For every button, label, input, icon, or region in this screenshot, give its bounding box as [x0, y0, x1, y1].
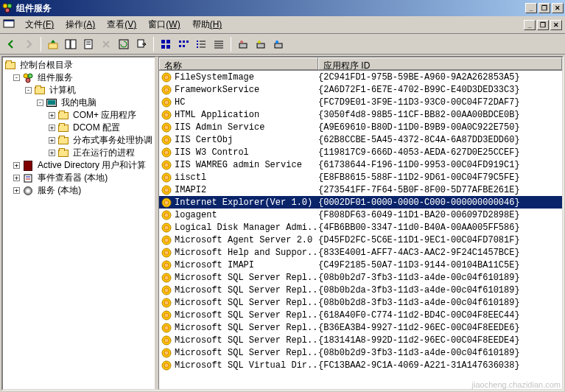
list-header: 名称 应用程序 ID: [159, 57, 562, 71]
tree-mycomputer[interactable]: - 我的电脑: [3, 97, 155, 109]
list-row[interactable]: Microsoft Help and Suppor...{833E4001-AF…: [159, 246, 562, 259]
properties-button[interactable]: [80, 36, 96, 52]
cell-appid: {F808DF63-6049-11D1-BA20-006097D2898E}: [318, 210, 562, 220]
expand-icon[interactable]: +: [49, 150, 55, 156]
mdi-restore-button[interactable]: ❐: [537, 20, 549, 30]
minimize-button[interactable]: _: [525, 3, 537, 13]
list-row[interactable]: Microsoft SQL Virtual Dir...{FC13BAA2-9C…: [159, 359, 562, 371]
export-button[interactable]: [133, 36, 150, 52]
svg-rect-22: [197, 41, 198, 42]
tree-component-services[interactable]: - 组件服务: [3, 71, 155, 84]
dcom-app-icon: [161, 360, 172, 371]
menu-window[interactable]: 窗口(W): [142, 17, 186, 32]
ad-icon: [22, 160, 34, 172]
view-small-icons-button[interactable]: [175, 36, 192, 52]
status-tool-3[interactable]: [270, 36, 287, 52]
mdi-minimize-button[interactable]: _: [524, 20, 536, 30]
expand-icon[interactable]: +: [13, 175, 20, 181]
list-row[interactable]: HTML Application{3050f4d8-98B5-11CF-BB82…: [159, 108, 562, 121]
list-row[interactable]: IIS W3 Control{119817C9-666D-4053-AEDA-6…: [159, 146, 562, 158]
expand-icon[interactable]: +: [13, 162, 20, 169]
tree-running[interactable]: + 正在运行的进程: [3, 147, 155, 159]
show-tree-button[interactable]: [63, 36, 79, 52]
column-name[interactable]: 名称: [159, 57, 318, 70]
tree-dtc[interactable]: + 分布式事务处理协调: [3, 134, 155, 147]
menu-file[interactable]: 文件(F): [19, 17, 60, 32]
back-button[interactable]: [3, 36, 19, 52]
expand-icon[interactable]: +: [13, 187, 20, 194]
svg-rect-15: [161, 45, 165, 49]
cell-name: Microsoft SQL Server Repl...: [175, 298, 318, 308]
list-row[interactable]: Microsoft SQL Server Repl...{618A40F0-C7…: [159, 309, 562, 321]
list-row[interactable]: FileSystemImage{2C941FD1-975B-59BE-A960-…: [159, 71, 562, 83]
forward-button[interactable]: [21, 36, 37, 52]
menu-help[interactable]: 帮助(H): [186, 17, 228, 32]
tree-root[interactable]: 控制台根目录: [3, 59, 155, 71]
dcom-app-icon: [161, 222, 172, 234]
dcom-app-icon: [161, 147, 172, 158]
view-details-button[interactable]: [211, 36, 227, 52]
list-row[interactable]: Microsoft SQL Server Repl...{08b0b2da-3f…: [159, 284, 562, 296]
cell-name: iisctl: [175, 172, 318, 183]
dcom-app-icon: [161, 335, 172, 346]
view-large-icons-button[interactable]: [158, 36, 174, 52]
svg-rect-24: [197, 43, 198, 45]
up-button[interactable]: [45, 36, 61, 52]
tree-pane[interactable]: 控制台根目录 - 组件服务 - 计算机 - 我的电脑 + COM+ 应用程序 +…: [2, 57, 155, 390]
list-row[interactable]: Microsoft SQL Server Repl...{08b0b2d9-3f…: [159, 346, 562, 359]
status-tool-2[interactable]: [253, 36, 269, 52]
menu-view[interactable]: 查看(V): [101, 17, 142, 32]
svg-point-38: [24, 74, 28, 78]
list-row[interactable]: Microsoft Agent Server 2.0{D45FD2FC-5C6E…: [159, 234, 562, 246]
expand-icon[interactable]: +: [49, 137, 55, 144]
tree-complus[interactable]: + COM+ 应用程序: [3, 109, 155, 122]
list-row[interactable]: HC{FC7D9E01-3F9E-11D3-93C0-00C04F72DAF7}: [159, 96, 562, 108]
menu-action[interactable]: 操作(A): [60, 17, 101, 32]
maximize-button[interactable]: ❐: [538, 3, 550, 13]
list-body[interactable]: FileSystemImage{2C941FD1-975B-59BE-A960-…: [159, 71, 562, 389]
list-row[interactable]: IIS CertObj{62B8CCBE-5A45-4372-8C4A-6A87…: [159, 133, 562, 146]
list-row[interactable]: logagent{F808DF63-6049-11D1-BA20-006097D…: [159, 209, 562, 221]
tree-services[interactable]: + 服务 (本地): [3, 184, 155, 197]
mdi-close-button[interactable]: ✕: [550, 20, 562, 30]
refresh-button[interactable]: [116, 36, 132, 52]
dcom-app-icon: [161, 71, 172, 83]
view-list-button[interactable]: [193, 36, 209, 52]
tree-computers[interactable]: - 计算机: [3, 84, 155, 97]
list-row[interactable]: Microsoft SQL Server Repl...{08b0b2d7-3f…: [159, 271, 562, 284]
folder-icon: [57, 147, 69, 159]
status-tool-1[interactable]: [235, 36, 251, 52]
list-row[interactable]: IIS Admin Service{A9E69610-B80D-11D0-B9B…: [159, 121, 562, 133]
expand-icon[interactable]: +: [49, 125, 55, 131]
list-row[interactable]: Microsoft IMAPI{C49F2185-50A7-11D3-9144-…: [159, 259, 562, 271]
cell-appid: {62B8CCBE-5A45-4372-8C4A-6A87DD3EDD60}: [318, 135, 562, 145]
close-button[interactable]: ✕: [552, 3, 564, 13]
cell-name: IIS WAMREG admin Service: [175, 160, 318, 170]
list-row[interactable]: Microsoft SQL Server Repl...{183141A8-99…: [159, 334, 562, 346]
list-row[interactable]: Internet Explorer(Ver 1.0){0002DF01-0000…: [159, 196, 562, 209]
list-row[interactable]: Logical Disk Manager Admi...{4FB6BB00-33…: [159, 221, 562, 234]
collapse-icon[interactable]: -: [13, 74, 20, 81]
svg-point-37: [276, 41, 278, 43]
list-row[interactable]: Microsoft SQL Server Repl...{B36EA3B4-99…: [159, 321, 562, 334]
column-appid[interactable]: 应用程序 ID: [318, 57, 562, 70]
svg-rect-36: [275, 43, 282, 48]
tree-ad[interactable]: + Active Directory 用户和计算: [3, 159, 155, 172]
svg-rect-19: [186, 41, 189, 43]
list-row[interactable]: FrameworkService{2A6D72F1-6E7E-4702-B99C…: [159, 83, 562, 96]
svg-rect-34: [257, 43, 264, 48]
folder-open-icon: [57, 122, 69, 134]
tree-dcom[interactable]: + DCOM 配置: [3, 122, 155, 134]
list-row[interactable]: Microsoft SQL Server Repl...{08b0b2d8-3f…: [159, 296, 562, 309]
expand-icon[interactable]: +: [49, 112, 55, 119]
cell-name: Microsoft SQL Server Repl...: [175, 323, 318, 333]
list-row[interactable]: IIS WAMREG admin Service{61738644-F196-1…: [159, 158, 562, 171]
dcom-app-icon: [161, 84, 172, 96]
collapse-icon[interactable]: -: [37, 99, 43, 106]
list-row[interactable]: IMAPI2{273541FF-7F64-5B0F-8F00-5D77AFBE2…: [159, 183, 562, 196]
collapse-icon[interactable]: -: [25, 87, 32, 94]
svg-point-2: [5, 8, 10, 13]
tree-eventvwr[interactable]: + 事件查看器 (本地): [3, 172, 155, 184]
delete-button[interactable]: [98, 36, 114, 52]
list-row[interactable]: iisctl{E8FB8615-588F-11D2-9D61-00C04F79C…: [159, 171, 562, 183]
